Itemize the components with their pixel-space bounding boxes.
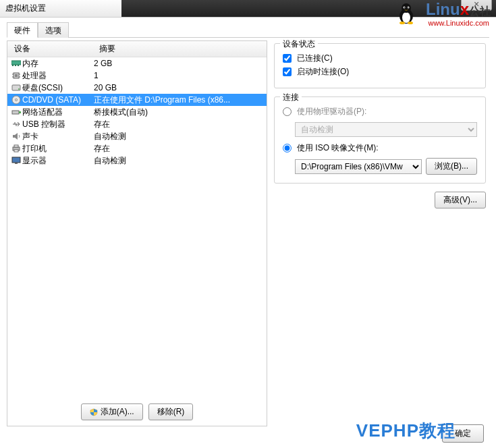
use-iso-radio[interactable] [283,144,292,152]
usb-icon [10,120,22,128]
use-physical-radio-row[interactable]: 使用物理驱动器(P): [283,106,477,117]
svg-rect-9 [11,61,21,65]
physical-drive-select: 自动检测 [295,122,477,137]
device-name: 声卡 [22,131,94,142]
remove-button[interactable]: 移除(R) [148,403,194,420]
uac-shield-icon [90,408,98,416]
svg-point-7 [399,22,405,24]
column-summary[interactable]: 摘要 [95,43,267,55]
connect-power-checkbox[interactable] [283,67,292,76]
connect-power-checkbox-row[interactable]: 启动时连接(O) [283,66,477,78]
connected-checkbox[interactable] [283,54,292,63]
add-button[interactable]: 添加(A)... [81,403,143,420]
device-row-sound[interactable]: 声卡 自动检测 [7,130,267,142]
device-row-net[interactable]: 网络适配器 桥接模式(自动) [7,106,267,118]
device-summary: 2 GB [94,59,267,68]
device-name: 网络适配器 [22,107,94,118]
device-name: 显示器 [22,155,94,167]
svg-rect-10 [12,65,13,66]
svg-rect-14 [15,74,18,77]
device-summary: 正在使用文件 D:\Program Files (x86... [94,94,267,106]
device-row-printer[interactable]: 打印机 存在 [7,142,267,155]
device-list-panel: 设备 摘要 内存 2 GB 处理器 1 硬盘(SCSI) 20 GB CD/D [7,40,267,426]
advanced-button[interactable]: 高级(V)... [435,192,486,208]
svg-rect-28 [12,157,20,163]
device-row-memory[interactable]: 内存 2 GB [7,57,267,69]
device-summary: 20 GB [94,83,267,92]
device-name: 内存 [22,58,94,69]
use-physical-radio[interactable] [283,107,292,116]
svg-rect-27 [14,150,18,152]
tab-hardware[interactable]: 硬件 [7,22,38,38]
iso-path-combo[interactable]: D:\Program Files (x86)\VMw [295,159,422,174]
use-iso-radio-row[interactable]: 使用 ISO 映像文件(M): [283,142,477,154]
connection-group: 连接 使用物理驱动器(P): 自动检测 使用 ISO 映像文件(M): D:\P… [274,96,486,184]
memory-icon [10,60,22,67]
device-name: CD/DVD (SATA) [22,95,94,105]
device-row-usb[interactable]: USB 控制器 存在 [7,118,267,130]
sound-icon [10,132,22,140]
device-list: 内存 2 GB 处理器 1 硬盘(SCSI) 20 GB CD/DVD (SAT… [7,57,267,167]
device-detail-panel: 设备状态 已连接(C) 启动时连接(O) 连接 使用物理驱动器(P): 自动检测… [274,40,486,426]
browse-button[interactable]: 浏览(B)... [426,158,477,175]
device-row-cddvd[interactable]: CD/DVD (SATA) 正在使用文件 D:\Program Files (x… [7,94,267,106]
svg-rect-24 [19,111,21,113]
device-row-display[interactable]: 显示器 自动检测 [7,155,267,167]
linux-penguin-icon [396,1,416,24]
svg-rect-26 [14,145,18,147]
tab-strip: 硬件 选项 [7,22,489,38]
device-name: USB 控制器 [22,119,94,130]
device-row-cpu[interactable]: 处理器 1 [7,69,267,82]
watermark-url: www.Linuxidc.com [429,19,489,27]
display-icon [10,157,22,165]
device-summary: 存在 [94,143,267,155]
printer-icon [10,144,22,152]
svg-rect-29 [15,163,18,164]
titlebar: 虚拟机设置 × [0,0,496,18]
column-device[interactable]: 设备 [7,43,95,55]
svg-rect-23 [12,111,19,114]
svg-point-6 [408,7,408,8]
device-summary: 桥接模式(自动) [94,107,267,118]
svg-point-22 [16,99,18,101]
svg-rect-12 [18,65,19,66]
device-status-group: 设备状态 已连接(C) 启动时连接(O) [274,43,486,88]
svg-point-5 [404,7,405,8]
svg-rect-11 [15,65,16,66]
watermark-bottom: VEPHP教程 [356,419,456,443]
device-row-hdd[interactable]: 硬盘(SCSI) 20 GB [7,82,267,94]
tab-options[interactable]: 选项 [38,22,69,38]
cddvd-icon [10,95,22,105]
device-actions: 添加(A)... 移除(R) [7,403,267,420]
svg-point-8 [408,22,413,24]
watermark-logo: Linux公社 [426,0,491,19]
device-list-header: 设备 摘要 [7,41,267,57]
device-summary: 1 [94,71,267,80]
group-title: 连接 [280,92,302,103]
device-name: 打印机 [22,143,94,155]
device-summary: 自动检测 [94,131,267,142]
device-name: 硬盘(SCSI) [22,82,94,94]
connected-checkbox-row[interactable]: 已连接(C) [283,53,477,64]
cpu-icon [10,71,22,80]
group-title: 设备状态 [280,38,318,50]
device-name: 处理器 [22,70,94,82]
device-summary: 自动检测 [94,155,267,167]
svg-point-1 [402,12,410,23]
hdd-icon [10,84,22,92]
network-icon [10,108,22,116]
svg-point-20 [18,88,20,90]
window-title: 虚拟机设置 [5,3,46,14]
device-summary: 存在 [94,119,267,130]
svg-point-2 [402,3,411,13]
